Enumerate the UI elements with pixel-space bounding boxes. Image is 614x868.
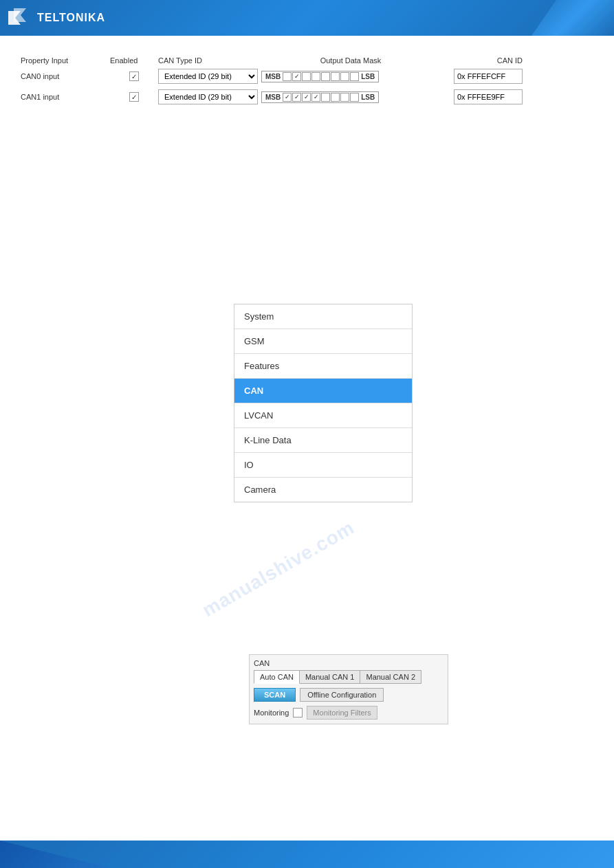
- can1-canid-cell: [440, 89, 523, 104]
- menu-item-camera[interactable]: Camera: [234, 478, 412, 502]
- can0-bit-2[interactable]: [302, 72, 311, 81]
- monitoring-row: Monitoring Monitoring Filters: [254, 706, 443, 720]
- can0-bit-6[interactable]: [340, 72, 349, 81]
- menu-item-lvcan[interactable]: LVCAN: [234, 403, 412, 428]
- can0-bit-7[interactable]: [350, 72, 359, 81]
- footer-decoration: [0, 841, 138, 868]
- table-header: Property Input Enabled CAN Type ID Outpu…: [21, 56, 593, 65]
- footer: [0, 841, 614, 868]
- can1-output-cell: MSB LSB: [261, 91, 440, 103]
- can1-property-label: CAN1 input: [21, 93, 110, 101]
- can-actions: SCAN Offline Configuration: [254, 688, 443, 702]
- tab-manual-can-1[interactable]: Manual CAN 1: [300, 670, 361, 684]
- menu-item-system[interactable]: System: [234, 304, 412, 329]
- svg-marker-1: [14, 8, 26, 22]
- can1-bit-2[interactable]: [302, 93, 311, 102]
- monitoring-checkbox[interactable]: [293, 708, 303, 717]
- can0-canid-cell: [440, 69, 523, 84]
- can-tabs: Auto CAN Manual CAN 1 Manual CAN 2: [254, 670, 443, 684]
- header: TELTONIKA: [0, 0, 614, 36]
- menu-panel: System GSM Features CAN LVCAN K-Line Dat…: [234, 304, 413, 502]
- can1-type-cell: Extended ID (29 bit) Standard ID (11 bit…: [158, 89, 261, 104]
- header-decoration: [531, 0, 614, 36]
- can1-bit-3[interactable]: [311, 93, 320, 102]
- can0-enabled-cell: [110, 71, 158, 81]
- can1-bit-7[interactable]: [350, 93, 359, 102]
- tab-manual-can-2[interactable]: Manual CAN 2: [360, 670, 421, 684]
- can1-bit-4[interactable]: [321, 93, 330, 102]
- col-header-output: Output Data Mask: [261, 56, 440, 65]
- scan-button[interactable]: SCAN: [254, 688, 296, 702]
- can1-bit-0[interactable]: [283, 93, 292, 102]
- can1-lsb-label: LSB: [360, 93, 376, 101]
- can0-type-cell: Extended ID (29 bit) Standard ID (11 bit…: [158, 69, 261, 84]
- can0-bit-5[interactable]: [331, 72, 340, 81]
- can-table: Property Input Enabled CAN Type ID Outpu…: [21, 56, 593, 104]
- main-content: Property Input Enabled CAN Type ID Outpu…: [0, 36, 614, 847]
- can0-msb-label: MSB: [264, 73, 282, 80]
- watermark: manualshive.com: [199, 517, 358, 622]
- col-header-canid: CAN ID: [440, 56, 523, 65]
- can0-bit-1[interactable]: [292, 72, 301, 81]
- table-row: CAN0 input Extended ID (29 bit) Standard…: [21, 69, 593, 84]
- col-header-enabled: Enabled: [110, 56, 158, 65]
- can0-bit-0[interactable]: [283, 72, 292, 81]
- can1-type-select[interactable]: Extended ID (29 bit) Standard ID (11 bit…: [158, 89, 258, 104]
- can1-enabled-cell: [110, 92, 158, 102]
- can0-property-label: CAN0 input: [21, 72, 110, 80]
- can0-lsb-label: LSB: [360, 73, 376, 80]
- col-header-cantype: CAN Type ID: [158, 56, 261, 65]
- tab-auto-can[interactable]: Auto CAN: [254, 670, 300, 684]
- can1-msb-label: MSB: [264, 93, 282, 101]
- logo-text: TELTONIKA: [37, 12, 105, 24]
- can1-canid-input[interactable]: [454, 89, 523, 104]
- can1-bit-5[interactable]: [331, 93, 340, 102]
- can1-msb-lsb-container: MSB LSB: [261, 91, 379, 103]
- monitoring-filters-button[interactable]: Monitoring Filters: [307, 706, 377, 720]
- can0-enabled-checkbox[interactable]: [129, 71, 139, 81]
- can0-canid-input[interactable]: [454, 69, 523, 84]
- can0-type-select[interactable]: Extended ID (29 bit) Standard ID (11 bit…: [158, 69, 258, 84]
- can0-output-cell: MSB LSB: [261, 71, 440, 82]
- can1-bit-1[interactable]: [292, 93, 301, 102]
- can0-bit-3[interactable]: [311, 72, 320, 81]
- menu-item-features[interactable]: Features: [234, 354, 412, 379]
- can-panel-title: CAN: [254, 659, 443, 667]
- can1-bit-6[interactable]: [340, 93, 349, 102]
- col-header-property: Property Input: [21, 56, 110, 65]
- teltonika-logo-icon: [8, 8, 33, 27]
- menu-item-io[interactable]: IO: [234, 453, 412, 478]
- menu-item-gsm[interactable]: GSM: [234, 329, 412, 354]
- offline-config-button[interactable]: Offline Configuration: [300, 688, 384, 702]
- can-panel: CAN Auto CAN Manual CAN 1 Manual CAN 2 S…: [249, 654, 448, 724]
- can1-enabled-checkbox[interactable]: [129, 92, 139, 102]
- can0-bit-4[interactable]: [321, 72, 330, 81]
- logo: TELTONIKA: [8, 8, 105, 27]
- menu-item-can[interactable]: CAN: [234, 379, 412, 403]
- can0-msb-lsb-container: MSB LSB: [261, 71, 379, 82]
- table-row: CAN1 input Extended ID (29 bit) Standard…: [21, 89, 593, 104]
- monitoring-label: Monitoring: [254, 709, 289, 717]
- menu-item-kline[interactable]: K-Line Data: [234, 428, 412, 453]
